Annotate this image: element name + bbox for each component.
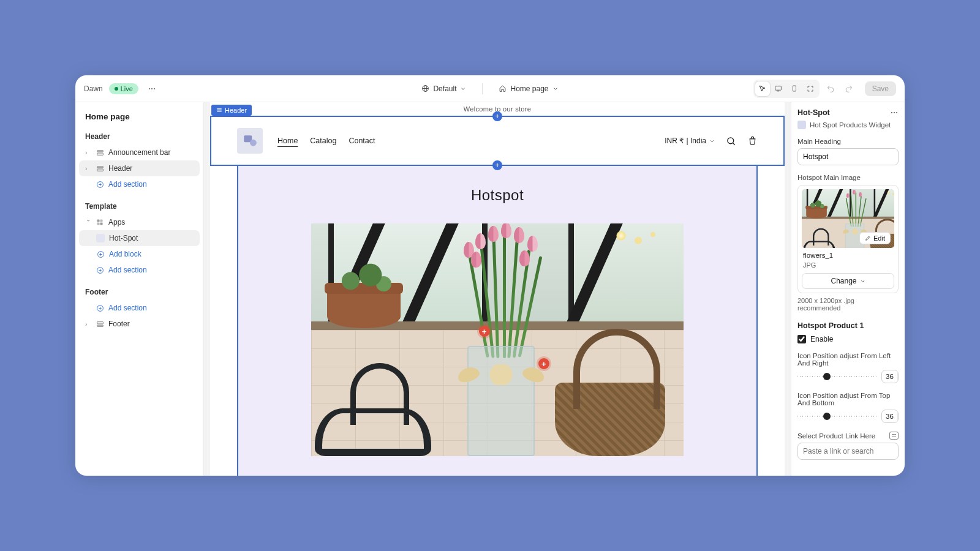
globe-icon xyxy=(421,84,429,92)
header-selection[interactable]: + Home Catalog Contact INR ₹ | India xyxy=(210,116,785,166)
device-group xyxy=(753,80,820,98)
group-template: Template xyxy=(79,198,200,214)
inspector-icon[interactable] xyxy=(755,81,770,96)
enable-checkbox[interactable]: Enable xyxy=(797,335,899,343)
currency-selector[interactable]: INR ₹ | India xyxy=(665,137,715,145)
mobile-icon[interactable] xyxy=(787,81,802,96)
image-card: Edit flowers_1 JPG Change xyxy=(797,185,899,293)
section-icon xyxy=(96,320,104,328)
app-icon xyxy=(797,121,806,129)
add-after-icon[interactable]: + xyxy=(492,160,502,170)
chevron-down-icon xyxy=(860,279,865,284)
hotspot-section[interactable]: Hotspot xyxy=(237,166,758,476)
left-panel-title: Home page xyxy=(79,108,200,129)
site-logo[interactable] xyxy=(237,128,263,154)
svg-point-31 xyxy=(896,112,897,113)
left-panel: Home page Header › Announcement bar › He… xyxy=(75,102,204,476)
chevron-down-icon xyxy=(552,86,559,92)
template-selector[interactable]: Default xyxy=(417,82,471,96)
row-hotspot[interactable]: Hot-Spot xyxy=(79,230,200,246)
row-footer[interactable]: › Footer xyxy=(79,316,200,332)
enable-label: Enable xyxy=(810,335,833,343)
add-block[interactable]: Add block xyxy=(79,246,200,262)
search-icon[interactable] xyxy=(726,136,736,146)
svg-rect-11 xyxy=(97,166,103,167)
row-label: Apps xyxy=(108,218,125,227)
canvas-wrap: Header Welcome to our store + Home Catal… xyxy=(204,102,791,476)
row-apps[interactable]: › Apps xyxy=(79,214,200,230)
svg-rect-9 xyxy=(97,150,103,151)
add-section-footer[interactable]: Add section xyxy=(79,300,200,316)
more-icon[interactable] xyxy=(145,81,159,96)
preview-canvas: Welcome to our store + Home Catalog Cont… xyxy=(210,102,785,476)
topbar: Dawn Live Default Home page xyxy=(75,75,905,102)
add-section-header[interactable]: Add section xyxy=(79,176,200,192)
image-hint: 2000 x 1200px .jpg recommended xyxy=(797,297,899,312)
app-window: Dawn Live Default Home page xyxy=(75,75,905,476)
add-before-icon[interactable]: + xyxy=(492,111,502,121)
chevron-down-icon xyxy=(709,138,715,144)
main-heading-input[interactable] xyxy=(797,148,899,165)
main-heading-label: Main Heading xyxy=(797,138,899,145)
resource-icon[interactable] xyxy=(889,432,899,440)
desktop-icon[interactable] xyxy=(771,81,786,96)
svg-point-1 xyxy=(151,88,153,89)
page-selector[interactable]: Home page xyxy=(494,82,563,96)
svg-rect-15 xyxy=(100,220,103,222)
svg-rect-10 xyxy=(97,153,103,155)
row-announcement[interactable]: › Announcement bar xyxy=(79,144,200,160)
svg-rect-21 xyxy=(97,321,103,323)
product1-label: Hotspot Product 1 xyxy=(797,321,899,330)
svg-rect-22 xyxy=(97,325,103,326)
pos-lr-label: Icon Position adjust From Left And Right xyxy=(797,352,899,367)
right-panel: Hot-Spot Hot Spot Products Widget Main H… xyxy=(791,102,905,476)
svg-rect-24 xyxy=(217,110,222,112)
cart-icon[interactable] xyxy=(747,136,758,146)
svg-rect-16 xyxy=(97,223,100,225)
pos-lr-slider[interactable] xyxy=(797,376,876,377)
hotspot-image: + + xyxy=(311,223,684,456)
svg-point-0 xyxy=(149,88,150,89)
section-icon xyxy=(96,164,104,173)
nav-contact[interactable]: Contact xyxy=(349,137,375,145)
file-type: JPG xyxy=(803,261,893,269)
nav-home[interactable]: Home xyxy=(277,137,298,145)
add-section-template[interactable]: Add section xyxy=(79,262,200,278)
row-label: Hot-Spot xyxy=(109,234,138,242)
row-header[interactable]: › Header xyxy=(79,160,200,176)
svg-line-28 xyxy=(733,143,735,144)
group-header: Header xyxy=(79,129,200,144)
fullscreen-icon[interactable] xyxy=(803,81,818,96)
undo-icon[interactable] xyxy=(823,81,838,96)
more-icon[interactable] xyxy=(890,108,899,117)
svg-point-2 xyxy=(154,88,155,89)
svg-point-26 xyxy=(250,140,257,146)
site-header: Home Catalog Contact INR ₹ | India xyxy=(211,117,783,165)
chevron-right-icon: › xyxy=(85,165,91,172)
edit-image-button[interactable]: Edit xyxy=(859,232,891,244)
pencil-icon xyxy=(865,235,871,241)
row-label: Footer xyxy=(108,320,130,328)
section-icon xyxy=(216,107,222,113)
change-button[interactable]: Change xyxy=(802,273,894,289)
svg-rect-23 xyxy=(217,108,222,110)
pos-tb-label: Icon Position adjust From Top And Bottom xyxy=(797,392,899,407)
svg-rect-8 xyxy=(793,86,796,91)
svg-rect-14 xyxy=(97,220,100,222)
pos-lr-value[interactable]: 36% xyxy=(881,370,899,383)
hotspot-point-1[interactable]: + xyxy=(479,326,490,337)
link-input[interactable] xyxy=(797,443,899,460)
save-button[interactable]: Save xyxy=(865,81,896,96)
main: Home page Header › Announcement bar › He… xyxy=(75,102,905,476)
row-label: Header xyxy=(108,164,132,173)
redo-icon[interactable] xyxy=(842,81,856,96)
pos-tb-value[interactable]: 36% xyxy=(881,410,899,423)
plus-circle-icon xyxy=(96,180,104,189)
app-icon xyxy=(96,218,104,227)
pos-tb-slider[interactable] xyxy=(797,416,876,417)
row-label: Add section xyxy=(108,180,147,189)
image-thumbnail[interactable]: Edit xyxy=(802,189,894,248)
section-icon xyxy=(96,148,104,157)
selection-label[interactable]: Header xyxy=(211,105,252,116)
nav-catalog[interactable]: Catalog xyxy=(310,137,336,145)
